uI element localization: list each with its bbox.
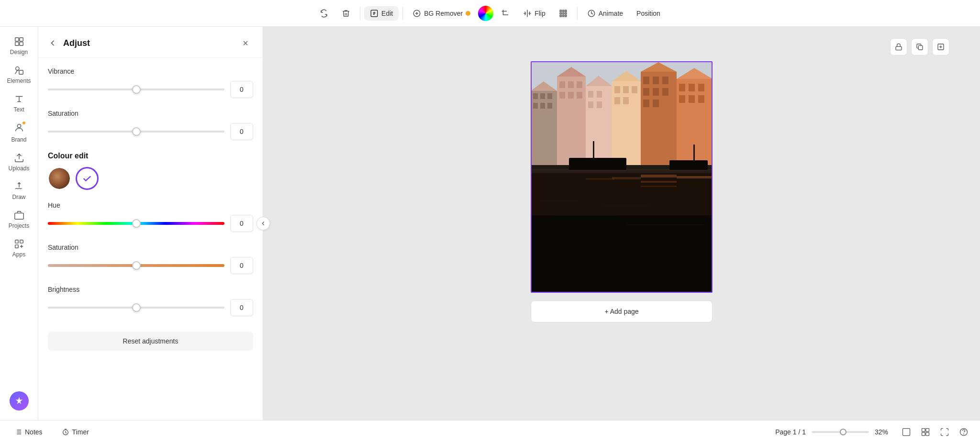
svg-rect-88 [693,144,695,161]
hue-saturation-thumb[interactable] [132,261,141,270]
fullscreen-button[interactable] [938,425,951,439]
sidebar-item-uploads[interactable]: Uploads [2,149,36,176]
animate-icon [587,9,596,18]
hue-saturation-label: Saturation [48,244,253,251]
saturation-value[interactable]: 0 [230,123,253,140]
svg-rect-9 [562,15,564,16]
duplicate-icon [916,43,924,51]
sidebar-item-draw[interactable]: Draw [2,177,36,204]
view-single-button[interactable] [900,425,913,439]
svg-rect-14 [15,42,18,45]
sidebar-item-elements-label: Elements [7,78,31,84]
svg-rect-6 [562,12,564,14]
brightness-value[interactable]: 0 [230,299,253,316]
timer-button[interactable]: Timer [57,425,94,439]
canvas-frame[interactable] [531,61,713,293]
svg-rect-7 [565,12,566,14]
svg-rect-32 [533,103,538,109]
back-button[interactable] [48,38,57,48]
svg-rect-86 [669,160,708,170]
flip-button[interactable]: Flip [517,6,551,21]
svg-rect-50 [632,86,637,93]
svg-rect-79 [641,175,677,177]
view-grid-button[interactable] [919,425,932,439]
vibrance-track [48,89,224,90]
add-page-button[interactable]: + Add page [531,300,713,322]
swatch-check[interactable] [76,167,99,190]
svg-rect-43 [588,91,593,98]
hue-track [48,222,224,225]
duplicate-button[interactable] [911,38,928,55]
divider-3 [577,7,578,20]
svg-rect-2 [560,10,561,11]
zoom-slider[interactable] [812,431,869,433]
hue-value[interactable]: 0 [230,215,253,232]
reset-button[interactable]: Reset adjustments [48,332,253,351]
svg-rect-8 [560,15,561,16]
collapse-panel-button[interactable] [256,217,270,230]
vibrance-thumb[interactable] [132,85,141,94]
sidebar-item-design[interactable]: Design [2,33,36,59]
add-to-page-button[interactable] [932,38,949,55]
sidebar-item-elements[interactable]: Elements [2,61,36,88]
zoom-thumb[interactable] [840,429,846,435]
brand-badge [14,122,24,134]
crop-button[interactable] [495,6,515,21]
icon-sidebar: Design Elements Text Brand Uploads Draw [0,27,38,420]
bg-remover-button[interactable]: BG Remover [407,6,476,21]
hue-thumb[interactable] [132,219,141,228]
sidebar-item-projects[interactable]: Projects [2,206,36,233]
svg-rect-89 [532,215,712,292]
svg-rect-95 [903,428,910,435]
animate-button[interactable]: Animate [581,6,629,21]
uploads-icon [14,153,24,163]
swatch-photo[interactable] [48,167,71,190]
edit-label: Edit [381,10,393,17]
close-button[interactable]: × [238,35,253,51]
svg-rect-22 [20,240,22,243]
position-button[interactable]: Position [631,7,666,20]
sidebar-item-uploads-label: Uploads [8,165,29,172]
lock-icon [895,43,902,51]
magic-button[interactable] [10,391,29,410]
saturation-section: Saturation 0 [48,110,253,140]
sidebar-item-brand[interactable]: Brand [2,119,36,147]
pattern-button[interactable] [553,6,573,21]
saturation-thumb[interactable] [132,127,141,136]
hue-saturation-value[interactable]: 0 [230,257,253,274]
vibrance-label: Vibrance [48,67,253,75]
sidebar-item-apps[interactable]: Apps [2,235,36,262]
brightness-section: Brightness 0 [48,286,253,316]
svg-point-18 [17,124,21,128]
vibrance-value[interactable]: 0 [230,81,253,98]
refresh-button[interactable] [314,6,334,21]
svg-rect-66 [679,95,685,103]
color-wheel-button[interactable] [478,6,493,21]
sidebar-item-design-label: Design [10,49,28,55]
svg-rect-10 [565,15,566,16]
bg-remover-icon [412,9,421,18]
svg-rect-15 [19,42,22,45]
svg-rect-68 [698,95,704,103]
svg-rect-34 [547,103,552,109]
svg-rect-51 [614,97,620,104]
bottom-bar: Notes Timer Page 1 / 1 32% [0,420,980,443]
colour-edit-section: Colour edit [48,152,253,190]
svg-rect-67 [689,95,695,103]
svg-rect-78 [532,171,712,173]
svg-rect-5 [560,12,561,14]
svg-rect-97 [926,428,929,432]
brightness-thumb[interactable] [132,303,141,312]
lock-button[interactable] [890,38,907,55]
edit-button[interactable]: Edit [364,6,399,21]
delete-button[interactable] [336,6,356,21]
help-button[interactable] [957,425,970,439]
svg-rect-96 [922,428,925,432]
svg-rect-58 [653,88,659,96]
svg-rect-39 [559,92,565,99]
collapse-icon [260,220,267,227]
sidebar-item-text[interactable]: Text [2,90,36,117]
saturation-track [48,131,224,133]
divider-2 [402,7,403,20]
notes-button[interactable]: Notes [10,425,47,439]
